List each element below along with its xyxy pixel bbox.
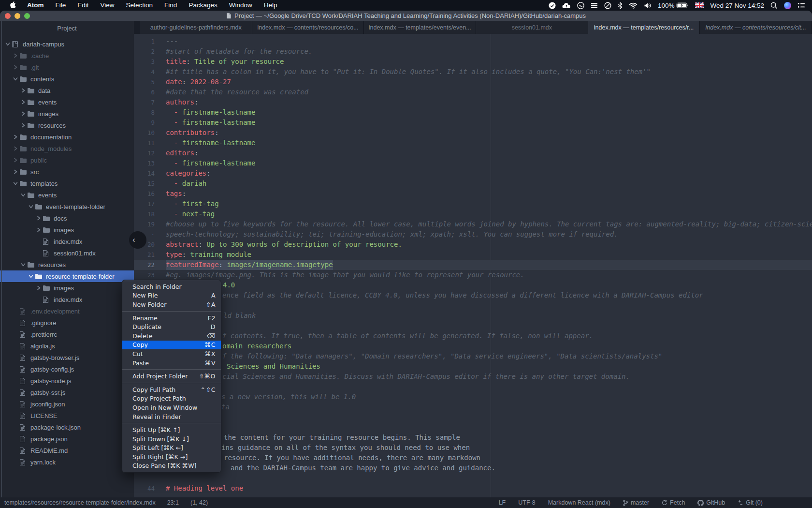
editor-line[interactable] xyxy=(134,412,812,422)
tree-item-index-mdx[interactable]: index.mdx xyxy=(0,294,134,305)
status-fetch[interactable]: Fetch xyxy=(662,499,685,506)
spotlight-icon[interactable] xyxy=(770,2,778,9)
tree-item-license[interactable]: LICENSE xyxy=(0,410,134,421)
editor-line[interactable]: Sciences and Humanities xyxy=(134,361,812,372)
editor-line[interactable]: 15 - dariah xyxy=(134,179,812,189)
status-file-path[interactable]: templates/resources/resource-template-fo… xyxy=(4,499,156,506)
menu-bar-item-packages[interactable]: Packages xyxy=(183,0,223,11)
context-menu-item-search-in-folder[interactable]: Search in Folder xyxy=(122,282,221,291)
editor-line[interactable]: ins guidance on all of the syntax you sh… xyxy=(134,443,812,453)
tree-item-package-lock-json[interactable]: package-lock.json xyxy=(0,421,134,433)
editor-line[interactable]: 8 - firstname-lastname xyxy=(134,107,812,118)
tree-item--git[interactable]: .git xyxy=(0,61,134,73)
editor-tab-3[interactable]: index.mdx — templates/events/even... xyxy=(364,21,476,34)
editor-line[interactable]: 12editors: xyxy=(134,148,812,158)
stack-icon[interactable] xyxy=(591,2,598,9)
tree-item-documentation[interactable]: documentation xyxy=(0,131,134,143)
tree-item-yarn-lock[interactable]: yarn.lock xyxy=(0,456,134,468)
chevron-right-icon[interactable] xyxy=(19,88,27,93)
menu-bar-item-find[interactable]: Find xyxy=(159,0,183,11)
context-menu-item-add-project-folder[interactable]: Add Project Folder⇧⌘O xyxy=(122,372,221,381)
chevron-right-icon[interactable] xyxy=(19,100,27,105)
status-github[interactable]: GitHub xyxy=(697,499,725,506)
chevron-down-icon[interactable] xyxy=(27,204,35,209)
editor-line[interactable]: cial Sciences and Humanities. Discuss wi… xyxy=(134,372,812,382)
editor-line[interactable]: 16tags: xyxy=(134,189,812,199)
editor-line[interactable]: ld blank xyxy=(134,311,812,321)
zoom-window-button[interactable] xyxy=(24,13,30,19)
context-menu-item-reveal-in-finder[interactable]: Reveal in Finder xyxy=(122,412,221,421)
chevron-right-icon[interactable] xyxy=(12,169,19,174)
context-menu-item-copy-project-path[interactable]: Copy Project Path xyxy=(122,394,221,403)
editor-line[interactable] xyxy=(134,300,812,311)
apple-menu-icon[interactable] xyxy=(9,1,21,9)
tree-item-images[interactable]: images xyxy=(0,282,134,294)
tree-collapse-toggle[interactable]: ‹ xyxy=(129,231,146,249)
context-menu-item-open-in-new-window[interactable]: Open in New Window xyxy=(122,403,221,412)
status-grammar[interactable]: Markdown React (mdx) xyxy=(548,499,610,506)
tree-item-events[interactable]: events xyxy=(0,96,134,108)
menu-bar-clock[interactable]: Wed 27 Nov 14:52 xyxy=(710,2,764,9)
menu-bar-item-atom[interactable]: Atom xyxy=(21,0,50,11)
text-editor[interactable]: 1---2#start of metadata for the resource… xyxy=(134,34,812,497)
context-menu-item-split-down-k-[interactable]: Split Down [⌘K ↓] xyxy=(122,434,221,444)
tree-item--cache[interactable]: .cache xyxy=(0,50,134,61)
tree-item-resources[interactable]: resources xyxy=(0,120,134,131)
cloud-upload-icon[interactable] xyxy=(562,2,571,9)
tree-item-jsconfig-json[interactable]: jsconfig.json xyxy=(0,398,134,410)
chevron-right-icon[interactable] xyxy=(35,227,43,232)
tree-item-images[interactable]: images xyxy=(0,108,134,120)
tree-item-package-json[interactable]: package.json xyxy=(0,433,134,445)
tree-item-src[interactable]: src xyxy=(0,166,134,178)
editor-line[interactable]: 44# Heading level one xyxy=(134,483,812,493)
editor-line[interactable]: 20abstract: Up to 300 words of descripti… xyxy=(134,239,812,250)
tree-item-node-modules[interactable]: node_modules xyxy=(0,143,134,154)
context-menu-item-copy[interactable]: Copy⌘C xyxy=(122,341,221,350)
editor-line[interactable]: the content for your training resource b… xyxy=(134,433,812,443)
tree-item-templates[interactable]: templates xyxy=(0,178,134,189)
context-menu-item-paste[interactable]: Paste⌘V xyxy=(122,359,221,368)
context-menu-item-split-left-k-[interactable]: Split Left [⌘K ←] xyxy=(122,444,221,453)
editor-line[interactable]: 4.0 xyxy=(134,280,812,290)
editor-line[interactable]: 13 - firstname-lastname xyxy=(134,158,812,168)
keyboard-flag-icon[interactable] xyxy=(695,2,704,8)
chevron-right-icon[interactable] xyxy=(19,123,27,128)
status-git-changes[interactable]: Git (0) xyxy=(738,499,763,506)
tree-item-resource-template-folder[interactable]: resource-template-folder xyxy=(0,270,134,282)
editor-line[interactable]: 5date: 2022-08-27 xyxy=(134,77,812,87)
context-menu-item-rename[interactable]: RenameF2 xyxy=(122,314,221,323)
context-menu-item-duplicate[interactable]: DuplicateD xyxy=(122,322,221,331)
editor-line[interactable] xyxy=(134,422,812,433)
editor-line[interactable]: f the following: "Data managers", "Domai… xyxy=(134,351,812,361)
chevron-down-icon[interactable] xyxy=(4,42,12,46)
tree-item-readme-md[interactable]: README.md xyxy=(0,445,134,456)
tree-item-dariah-campus[interactable]: dariah-campus xyxy=(0,38,134,50)
circle-slash-icon[interactable] xyxy=(604,2,611,9)
editor-line[interactable] xyxy=(134,473,812,483)
menu-bar-item-help[interactable]: Help xyxy=(258,0,283,11)
editor-line[interactable]: 9 - firstname-lastname xyxy=(134,118,812,128)
tree-item-events[interactable]: events xyxy=(0,189,134,201)
tree-item-images[interactable]: images xyxy=(0,224,134,236)
notification-center-icon[interactable] xyxy=(798,2,805,8)
editor-line[interactable]: 18 - next-tag xyxy=(134,209,812,219)
volume-icon[interactable] xyxy=(644,2,652,9)
chevron-right-icon[interactable] xyxy=(12,146,19,151)
tree-item-index-mdx[interactable]: index.mdx xyxy=(0,236,134,247)
menu-bar-item-edit[interactable]: Edit xyxy=(72,0,94,11)
close-window-button[interactable] xyxy=(5,13,11,19)
editor-line[interactable]: ta xyxy=(134,402,812,412)
chevron-right-icon[interactable] xyxy=(35,285,43,290)
editor-line[interactable]: omain researchers xyxy=(134,341,812,351)
tree-item-data[interactable]: data xyxy=(0,85,134,96)
chevron-down-icon[interactable] xyxy=(12,181,19,186)
editor-tab-6[interactable]: index.mdx — contents/resources/cit... xyxy=(700,21,812,34)
context-menu-item-split-up-k-[interactable]: Split Up [⌘K ↑] xyxy=(122,425,221,434)
menu-bar-item-window[interactable]: Window xyxy=(223,0,258,11)
creative-cloud-icon[interactable] xyxy=(577,2,584,9)
minimize-window-button[interactable] xyxy=(14,13,20,19)
status-line-ending[interactable]: LF xyxy=(499,499,506,506)
chevron-down-icon[interactable] xyxy=(19,193,27,197)
editor-line[interactable] xyxy=(134,321,812,331)
tree-item-algolia-js[interactable]: algolia.js xyxy=(0,340,134,352)
